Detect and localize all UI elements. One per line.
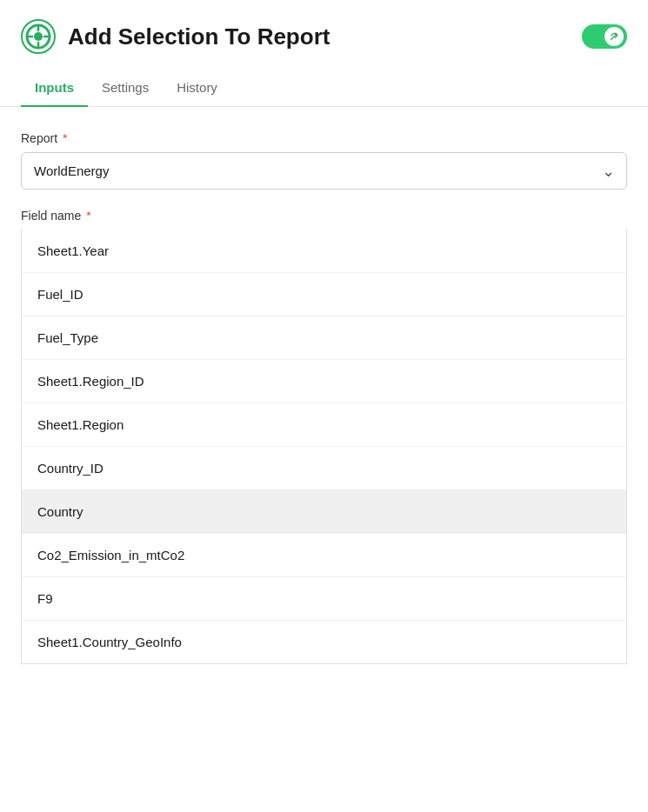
list-item[interactable]: F9: [22, 577, 626, 621]
list-item[interactable]: Fuel_ID: [22, 273, 626, 316]
field-name-dropdown-list: Sheet1.Year Fuel_ID Fuel_Type Sheet1.Reg…: [21, 230, 627, 664]
list-item[interactable]: Country_ID: [22, 447, 626, 490]
list-item[interactable]: Co2_Emission_in_mtCo2: [22, 534, 626, 577]
list-item-country[interactable]: Country: [22, 490, 626, 534]
field-name-group: Field name * ⌄ Sheet1.Year Fuel_ID Fuel_…: [21, 209, 627, 254]
list-item[interactable]: Sheet1.Region_ID: [22, 360, 626, 403]
field-name-label: Field name *: [21, 209, 627, 223]
toggle-switch[interactable]: [582, 24, 627, 49]
tab-settings[interactable]: Settings: [88, 70, 163, 107]
report-select[interactable]: WorldEnergy: [21, 152, 627, 190]
page-title: Add Selection To Report: [68, 23, 330, 50]
list-item[interactable]: Sheet1.Region: [22, 403, 626, 447]
tab-history[interactable]: History: [163, 70, 231, 107]
svg-point-2: [34, 32, 43, 41]
app-container: Add Selection To Report Inputs Settings …: [0, 0, 648, 812]
report-select-wrapper: WorldEnergy ⌄: [21, 152, 627, 190]
header: Add Selection To Report: [0, 0, 648, 70]
tabs: Inputs Settings History: [0, 70, 648, 107]
link-icon: [609, 31, 619, 42]
field-name-dropdown-container: ⌄ Sheet1.Year Fuel_ID Fuel_Type Sheet1.R…: [21, 230, 627, 254]
list-item[interactable]: Fuel_Type: [22, 316, 626, 360]
field-name-required-star: *: [83, 209, 90, 223]
logo-icon: [21, 19, 56, 54]
list-item[interactable]: Sheet1.Country_GeoInfo: [22, 621, 626, 663]
list-item[interactable]: Sheet1.Year: [22, 230, 626, 273]
report-field-group: Report * WorldEnergy ⌄: [21, 131, 627, 190]
toggle-knob: [605, 27, 624, 46]
report-required-star: *: [59, 131, 67, 145]
content: Report * WorldEnergy ⌄ Field name * ⌄ Sh…: [0, 107, 648, 297]
tab-inputs[interactable]: Inputs: [21, 70, 88, 107]
header-left: Add Selection To Report: [21, 19, 330, 54]
report-label: Report *: [21, 131, 627, 145]
